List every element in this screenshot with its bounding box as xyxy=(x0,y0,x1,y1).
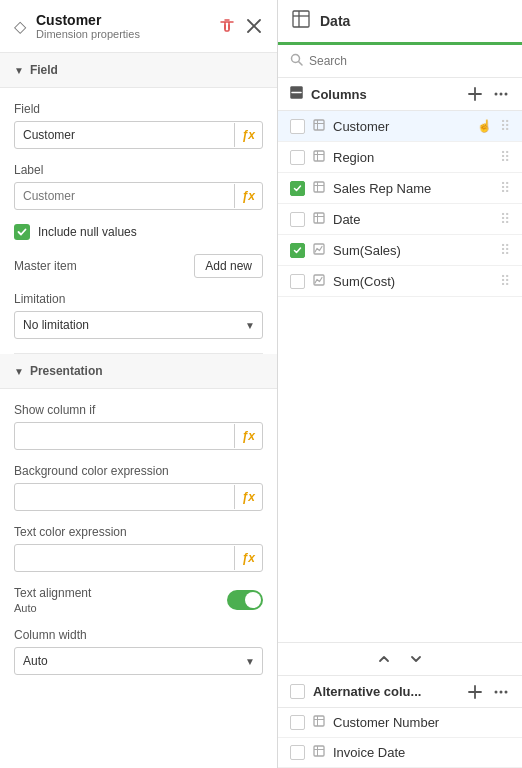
show-column-input[interactable] xyxy=(15,423,234,449)
master-item-row: Master item Add new xyxy=(14,254,263,278)
arrow-row xyxy=(278,642,522,676)
column-item[interactable]: Date ⠿ xyxy=(278,204,522,235)
move-down-button[interactable] xyxy=(406,651,426,667)
svg-rect-19 xyxy=(314,151,324,161)
column-width-group: Column width Auto Fixed Percentage ▼ xyxy=(14,628,263,675)
columns-label: Columns xyxy=(311,87,466,102)
col-checkbox-customer[interactable] xyxy=(290,119,305,134)
label-fx-button[interactable]: ƒx xyxy=(234,184,262,208)
panel-header-text: Customer Dimension properties xyxy=(36,12,207,40)
bg-color-fx-button[interactable]: ƒx xyxy=(234,485,262,509)
panel-header: ◇ Customer Dimension properties xyxy=(0,0,277,53)
show-column-input-wrapper: ƒx xyxy=(14,422,263,450)
column-item[interactable]: Sum(Sales) ⠿ xyxy=(278,235,522,266)
field-label: Field xyxy=(14,102,263,116)
svg-rect-4 xyxy=(293,11,309,27)
drag-handle[interactable]: ⠿ xyxy=(500,180,510,196)
drag-handle[interactable]: ⠿ xyxy=(500,211,510,227)
label-group: Label ƒx xyxy=(14,163,263,210)
text-align-label: Text alignment xyxy=(14,586,91,600)
move-up-button[interactable] xyxy=(374,651,394,667)
alt-col-name: Customer Number xyxy=(333,715,510,730)
col-checkbox-sum-sales[interactable] xyxy=(290,243,305,258)
presentation-section-header[interactable]: ▼ Presentation xyxy=(0,354,277,389)
text-color-group: Text color expression ƒx xyxy=(14,525,263,572)
dimension-type-icon xyxy=(313,212,325,227)
close-button[interactable] xyxy=(245,17,263,35)
column-item[interactable]: Sum(Cost) ⠿ xyxy=(278,266,522,297)
bg-color-input-wrapper: ƒx xyxy=(14,483,263,511)
show-column-fx-button[interactable]: ƒx xyxy=(234,424,262,448)
table-icon xyxy=(292,10,310,32)
svg-line-8 xyxy=(299,62,303,66)
master-item-label: Master item xyxy=(14,259,77,273)
column-items-list: Customer ☝ ⠿ Region ⠿ xyxy=(278,111,522,642)
null-values-checkbox[interactable] xyxy=(14,224,30,240)
column-item[interactable]: Customer ☝ ⠿ xyxy=(278,111,522,142)
right-header-title: Data xyxy=(320,13,350,29)
columns-more-button[interactable] xyxy=(492,92,510,96)
field-fx-button[interactable]: ƒx xyxy=(234,123,262,147)
text-align-toggle[interactable] xyxy=(227,590,263,610)
alt-col-checkbox-invoice-date[interactable] xyxy=(290,745,305,760)
dimension-type-icon xyxy=(313,119,325,134)
text-align-group: Text alignment Auto xyxy=(14,586,263,614)
column-width-label: Column width xyxy=(14,628,263,642)
drag-handle[interactable]: ⠿ xyxy=(500,149,510,165)
col-checkbox-sum-cost[interactable] xyxy=(290,274,305,289)
text-color-input[interactable] xyxy=(15,545,234,571)
left-panel: ◇ Customer Dimension properties ▼ xyxy=(0,0,278,768)
drag-handle[interactable]: ⠿ xyxy=(500,242,510,258)
bg-color-input[interactable] xyxy=(15,484,234,510)
search-input[interactable] xyxy=(309,54,510,68)
svg-rect-16 xyxy=(314,120,324,130)
text-color-fx-button[interactable]: ƒx xyxy=(234,546,262,570)
svg-rect-29 xyxy=(314,275,324,285)
label-label: Label xyxy=(14,163,263,177)
column-item[interactable]: Region ⠿ xyxy=(278,142,522,173)
dimension-type-icon xyxy=(313,181,325,196)
add-alt-column-button[interactable] xyxy=(466,685,484,699)
drag-handle[interactable]: ⠿ xyxy=(500,118,510,134)
measure-type-icon xyxy=(313,243,325,258)
add-column-button[interactable] xyxy=(466,87,484,101)
text-align-sub: Auto xyxy=(14,602,91,614)
delete-button[interactable] xyxy=(217,16,237,36)
col-name: Sum(Cost) xyxy=(333,274,492,289)
alt-columns-more-button[interactable] xyxy=(492,690,510,694)
col-checkbox-region[interactable] xyxy=(290,150,305,165)
presentation-content: Show column if ƒx Background color expre… xyxy=(14,403,263,675)
svg-point-34 xyxy=(505,690,508,693)
label-input[interactable] xyxy=(15,183,234,209)
col-checkbox-date[interactable] xyxy=(290,212,305,227)
column-item[interactable]: Sales Rep Name ⠿ xyxy=(278,173,522,204)
toggle-thumb xyxy=(245,592,261,608)
field-section-header[interactable]: ▼ Field xyxy=(0,53,277,88)
column-width-select[interactable]: Auto Fixed Percentage xyxy=(14,647,263,675)
field-input[interactable] xyxy=(15,122,234,148)
show-column-group: Show column if ƒx xyxy=(14,403,263,450)
limitation-select[interactable]: No limitation Fixed number Exact value R… xyxy=(14,311,263,339)
right-header: Data xyxy=(278,0,522,45)
alt-col-checkbox[interactable] xyxy=(290,684,305,699)
alt-column-item[interactable]: Invoice Date xyxy=(278,738,522,768)
checkmark-icon xyxy=(17,227,27,237)
svg-rect-25 xyxy=(314,213,324,223)
columns-collapse-icon[interactable] xyxy=(290,86,303,102)
toggle-track xyxy=(227,590,263,610)
svg-point-32 xyxy=(495,690,498,693)
svg-rect-22 xyxy=(314,182,324,192)
alt-col-checkbox-customer-number[interactable] xyxy=(290,715,305,730)
col-checkbox-sales-rep-name[interactable] xyxy=(290,181,305,196)
svg-point-15 xyxy=(505,93,508,96)
panel-title: Customer xyxy=(36,12,207,28)
svg-rect-28 xyxy=(314,244,324,254)
add-new-button[interactable]: Add new xyxy=(194,254,263,278)
alt-column-item[interactable]: Customer Number xyxy=(278,708,522,738)
measure-type-icon xyxy=(313,274,325,289)
drag-handle[interactable]: ⠿ xyxy=(500,273,510,289)
show-column-label: Show column if xyxy=(14,403,263,417)
col-name: Date xyxy=(333,212,492,227)
dimension-type-icon xyxy=(313,715,325,730)
bg-color-group: Background color expression ƒx xyxy=(14,464,263,511)
